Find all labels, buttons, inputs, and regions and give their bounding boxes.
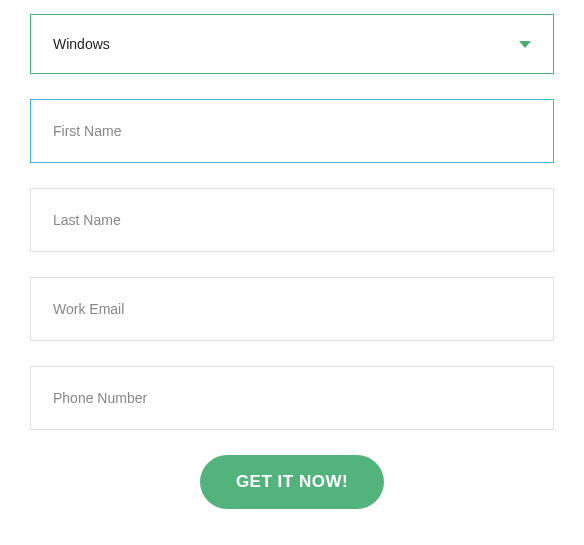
- first-name-field-wrap: [30, 99, 554, 163]
- submit-wrap: GET IT NOW!: [30, 455, 554, 509]
- work-email-field-wrap: [30, 277, 554, 341]
- work-email-field[interactable]: [30, 277, 554, 341]
- last-name-field-wrap: [30, 188, 554, 252]
- phone-number-field-wrap: [30, 366, 554, 430]
- last-name-field[interactable]: [30, 188, 554, 252]
- os-select-field[interactable]: Windows: [30, 14, 554, 74]
- chevron-down-icon: [519, 41, 531, 48]
- os-select-value: Windows: [53, 36, 110, 52]
- os-select[interactable]: Windows: [30, 14, 554, 74]
- first-name-field[interactable]: [30, 99, 554, 163]
- phone-number-field[interactable]: [30, 366, 554, 430]
- submit-button[interactable]: GET IT NOW!: [200, 455, 384, 509]
